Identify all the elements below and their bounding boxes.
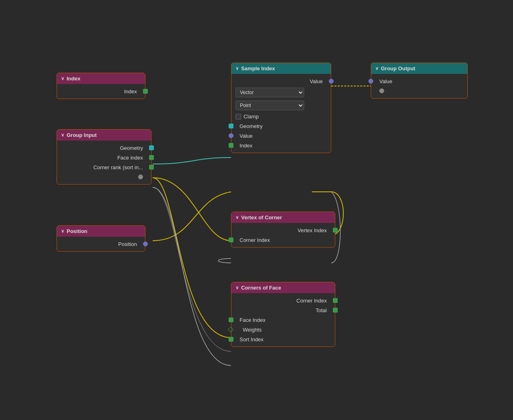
sample-index-value-out-socket[interactable] [329,79,334,84]
group-input-title: Group Input [67,132,97,138]
sample-index-header: ∨ Sample Index [231,63,331,74]
sample-index-geometry-socket[interactable] [229,124,233,128]
vertex-of-corner-cornerindex-row: Corner Index [231,235,335,245]
group-input-faceindex-socket[interactable] [149,155,154,160]
sample-index-dropdown1-row: Vector Float Integer Boolean [231,86,331,99]
position-header: ∨ Position [57,226,145,237]
vertex-of-corner-title: Vertex of Corner [241,214,282,220]
sample-index-value-in-socket[interactable] [229,133,233,138]
group-output-value-socket[interactable] [368,79,373,84]
sample-index-dropdown2[interactable]: Point Edge Face [235,101,304,110]
sample-index-geometry-label: Geometry [240,123,263,129]
vertex-of-corner-vertexindex-row: Vertex Index [231,225,335,235]
group-input-body: Geometry Face index Corner rank (sort in… [57,141,151,184]
sample-index-index-row: Index [231,141,331,150]
group-input-extra-row [57,172,151,182]
vertex-of-corner-chevron: ∨ [235,215,239,220]
group-input-extra-socket[interactable] [138,174,143,179]
vertex-of-corner-header: ∨ Vertex of Corner [231,212,335,223]
group-input-node: ∨ Group Input Geometry Face index Corner… [57,129,151,185]
position-node: ∨ Position Position [57,225,145,252]
position-title: Position [67,228,87,234]
corners-of-face-node: ∨ Corners of Face Corner Index Total Fac… [231,282,335,347]
corners-of-face-cornerindex-socket[interactable] [333,298,338,303]
position-output-label: Position [118,241,137,247]
sample-index-geometry-row: Geometry [231,121,331,131]
corners-of-face-cornerindex-row: Corner Index [231,296,335,305]
sample-index-index-socket[interactable] [229,143,233,148]
vertex-of-corner-body: Vertex Index Corner Index [231,223,335,247]
sample-index-clamp-checkbox[interactable] [235,114,241,120]
group-input-geometry-row: Geometry [57,143,151,153]
vertex-of-corner-cornerindex-label: Corner Index [240,237,270,243]
group-input-faceindex-row: Face index [57,153,151,162]
vertex-of-corner-vertexindex-label: Vertex Index [298,227,327,233]
sample-index-dropdown2-row: Point Edge Face [231,99,331,112]
vertex-of-corner-vertexindex-socket[interactable] [333,228,338,233]
group-input-cornerrank-socket[interactable] [149,165,154,170]
corners-of-face-chevron: ∨ [235,285,239,290]
sample-index-node: ∨ Sample Index Value Vector Float Intege… [231,63,331,153]
corners-of-face-sortindex-label: Sort Index [240,336,263,342]
sample-index-value-out-row: Value [231,76,331,86]
position-output-row: Position [57,239,145,249]
group-output-header: ∨ Group Output [371,63,467,74]
sample-index-clamp-row: Clamp [231,112,331,121]
index-node-body: Index [57,84,145,99]
group-input-geometry-socket[interactable] [149,145,154,150]
sample-index-value-in-row: Value [231,131,331,141]
corners-of-face-faceindex-socket[interactable] [229,317,233,322]
group-output-value-label: Value [379,78,392,84]
group-output-extra-row [371,86,467,96]
group-output-chevron: ∨ [375,66,378,71]
position-body: Position [57,237,145,251]
corners-of-face-faceindex-label: Face Index [240,317,265,323]
index-node: ∨ Index Index [57,73,145,99]
group-output-title: Group Output [381,65,415,71]
corners-of-face-total-row: Total [231,305,335,315]
group-input-cornerrank-label: Corner rank (sort in... [93,164,143,170]
index-chevron: ∨ [61,76,64,81]
group-input-faceindex-label: Face index [117,155,143,161]
index-output-label: Index [124,88,137,94]
sample-index-title: Sample Index [241,65,275,71]
sample-index-dropdown1[interactable]: Vector Float Integer Boolean [235,88,304,97]
corners-of-face-cornerindex-label: Corner Index [296,298,327,304]
position-output-socket[interactable] [143,242,148,246]
vertex-of-corner-cornerindex-socket[interactable] [229,237,233,242]
sample-index-index-label: Index [240,143,252,149]
group-input-geometry-label: Geometry [120,145,143,151]
group-input-header: ∨ Group Input [57,130,151,141]
corners-of-face-sortindex-socket[interactable] [229,337,233,342]
position-chevron: ∨ [61,229,64,234]
group-output-node: ∨ Group Output Value [371,63,468,99]
group-output-body: Value [371,74,467,98]
index-output-socket[interactable] [143,89,148,94]
corners-of-face-faceindex-row: Face Index [231,315,335,325]
corners-of-face-weights-label: Weights [243,327,262,333]
sample-index-value-in-label: Value [240,133,252,139]
corners-of-face-sortindex-row: Sort Index [231,334,335,344]
corners-of-face-weights-socket[interactable] [228,327,233,332]
sample-index-clamp-label: Clamp [244,113,259,120]
sample-index-value-out-label: Value [310,78,323,84]
group-output-value-row: Value [371,76,467,86]
corners-of-face-total-socket[interactable] [333,308,338,313]
corners-of-face-header: ∨ Corners of Face [231,282,335,293]
index-output-row: Index [57,86,145,96]
group-input-cornerrank-row: Corner rank (sort in... [57,162,151,172]
corners-of-face-total-label: Total [316,307,327,313]
corners-of-face-weights-row: Weights [231,325,335,334]
sample-index-body: Value Vector Float Integer Boolean Point… [231,74,331,153]
index-node-title: Index [67,76,80,82]
corners-of-face-title: Corners of Face [241,285,281,291]
corners-of-face-body: Corner Index Total Face Index Weights So… [231,293,335,346]
group-input-chevron: ∨ [61,132,64,138]
sample-index-chevron: ∨ [235,66,239,71]
vertex-of-corner-node: ∨ Vertex of Corner Vertex Index Corner I… [231,212,335,248]
index-node-header: ∨ Index [57,73,145,84]
group-output-extra-socket[interactable] [379,88,384,93]
